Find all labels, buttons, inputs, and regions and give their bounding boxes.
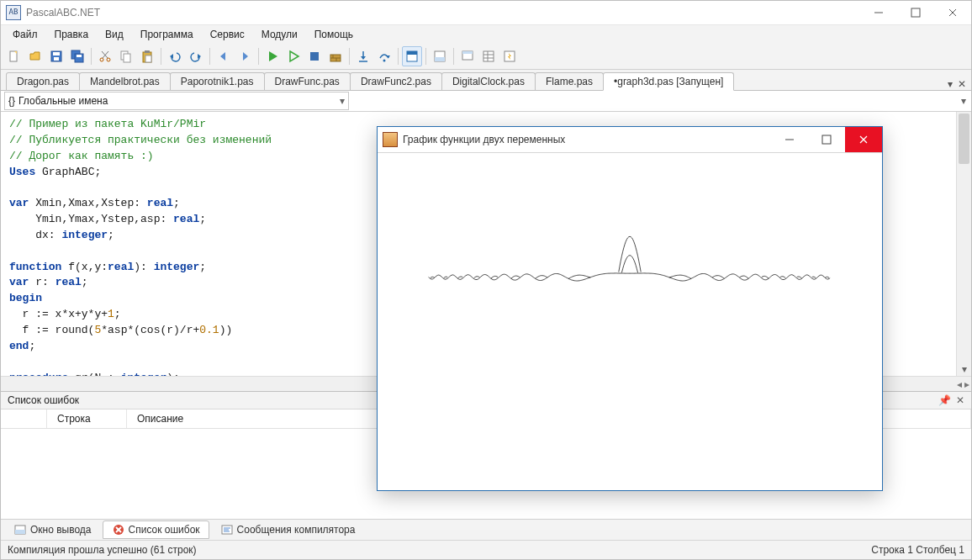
menu-program[interactable]: Программа [132, 27, 202, 42]
menu-service[interactable]: Сервис [202, 27, 253, 42]
braces-icon: {} [8, 95, 15, 107]
open-file-icon[interactable] [25, 46, 45, 66]
svg-marker-33 [361, 56, 366, 60]
svg-rect-40 [435, 57, 445, 61]
svg-rect-20 [145, 55, 151, 62]
svg-rect-38 [407, 51, 417, 55]
scroll-thumb[interactable] [959, 114, 969, 164]
compiler-icon [220, 523, 234, 536]
graph-minimize-button[interactable] [771, 127, 808, 152]
minimize-button[interactable] [860, 1, 897, 24]
svg-rect-7 [53, 52, 60, 55]
svg-rect-59 [822, 135, 831, 144]
svg-marker-26 [290, 51, 298, 61]
maximize-button[interactable] [897, 1, 934, 24]
nav-combo-row: {} Глобальные имена ▾ ▾ [1, 91, 971, 112]
tabs-dropdown-icon[interactable]: ▾ [948, 78, 953, 90]
save-icon[interactable] [46, 46, 66, 66]
tabs-close-icon[interactable]: ✕ [958, 78, 966, 90]
menu-file[interactable]: Файл [4, 27, 46, 42]
combo-row-chevron[interactable]: ▾ [961, 95, 971, 107]
svg-point-12 [100, 58, 103, 61]
svg-point-13 [107, 58, 110, 61]
panel-toggle-icon[interactable] [402, 46, 422, 66]
errors-panel-title: Список ошибок [8, 394, 79, 406]
svg-rect-43 [483, 51, 494, 61]
window-controls [860, 1, 971, 24]
scope-combo-text: Глобальные имена [18, 95, 108, 107]
svg-rect-27 [310, 52, 319, 61]
svg-marker-23 [220, 52, 225, 61]
chevron-down-icon: ▾ [340, 95, 345, 107]
undo-icon[interactable] [165, 46, 185, 66]
form-designer-icon[interactable] [457, 46, 478, 66]
btab-compiler[interactable]: Сообщения компилятора [211, 520, 365, 539]
graph-titlebar[interactable]: График функции двух переменных [378, 127, 882, 153]
editor-vscrollbar[interactable]: ▴ ▾ [956, 112, 971, 376]
toolbar [1, 44, 971, 70]
menu-view[interactable]: Вид [97, 27, 132, 42]
tab-flame[interactable]: Flame.pas [535, 72, 604, 90]
graph-window-icon [383, 132, 398, 147]
run-icon[interactable] [262, 46, 283, 66]
pin-icon[interactable]: 📌 [938, 394, 951, 406]
scope-combo[interactable]: {} Глобальные имена ▾ [4, 92, 349, 110]
svg-marker-25 [269, 51, 277, 61]
svg-line-15 [102, 51, 108, 58]
output-icon [13, 523, 27, 536]
svg-line-14 [103, 51, 108, 58]
menu-edit[interactable]: Правка [46, 27, 98, 42]
menu-help[interactable]: Помощь [306, 27, 362, 42]
document-tabs: Dragon.pas Mandelbrot.pas Paporotnik1.pa… [1, 70, 971, 91]
bottom-tabs: Окно вывода Список ошибок Сообщения комп… [1, 519, 971, 540]
cut-icon[interactable] [95, 46, 115, 66]
graph-close-button[interactable] [845, 127, 882, 152]
graph-maximize-button[interactable] [808, 127, 845, 152]
tab-paporotnik[interactable]: Paporotnik1.pas [170, 72, 265, 90]
scroll-down-icon[interactable]: ▾ [957, 362, 971, 376]
status-bar: Компиляция прошла успешно (61 строк) Стр… [1, 540, 971, 559]
step-over-icon[interactable] [374, 46, 394, 66]
app-icon: AB [6, 5, 21, 20]
properties-icon[interactable] [478, 46, 499, 66]
close-button[interactable] [934, 1, 971, 24]
paste-icon[interactable] [137, 46, 157, 66]
svg-marker-24 [243, 52, 248, 61]
events-icon[interactable] [499, 46, 520, 66]
nav-forward-icon[interactable] [235, 46, 255, 66]
tab-graph3d[interactable]: •graph3d.pas [Запущен] [603, 72, 734, 91]
step-into-icon[interactable] [353, 46, 373, 66]
graph-window-title: График функции двух переменных [403, 134, 565, 145]
copy-icon[interactable] [116, 46, 136, 66]
errors-close-icon[interactable]: ✕ [956, 394, 964, 406]
svg-rect-19 [145, 50, 150, 53]
titlebar: AB PascalABC.NET [1, 1, 971, 25]
errors-icon [112, 523, 125, 536]
build-icon[interactable] [325, 46, 346, 66]
btab-errors[interactable]: Список ошибок [103, 520, 209, 539]
menu-modules[interactable]: Модули [253, 27, 306, 42]
graph-canvas [378, 153, 882, 490]
btab-output[interactable]: Окно вывода [4, 520, 101, 539]
svg-point-36 [383, 60, 386, 62]
stop-icon[interactable] [304, 46, 325, 66]
tab-digitalclock[interactable]: DigitalClock.pas [441, 72, 536, 90]
new-file-icon[interactable] [4, 46, 24, 66]
col-line[interactable]: Строка [47, 409, 127, 428]
svg-rect-50 [15, 530, 25, 534]
redo-icon[interactable] [186, 46, 206, 66]
nav-back-icon[interactable] [214, 46, 234, 66]
tab-drawfunc2[interactable]: DrawFunc2.pas [350, 72, 442, 90]
status-cursor: Строка 1 Столбец 1 [871, 544, 964, 556]
svg-rect-1 [911, 8, 920, 17]
save-all-icon[interactable] [67, 46, 87, 66]
svg-rect-17 [124, 54, 130, 62]
tab-mandelbrot[interactable]: Mandelbrot.pas [79, 72, 171, 90]
output-panel-icon[interactable] [430, 46, 450, 66]
tab-drawfunc[interactable]: DrawFunc.pas [264, 72, 351, 90]
run-no-debug-icon[interactable] [283, 46, 304, 66]
app-title: PascalABC.NET [26, 7, 100, 18]
graph-window[interactable]: График функции двух переменных [377, 126, 883, 491]
tab-dragon[interactable]: Dragon.pas [6, 72, 80, 90]
status-message: Компиляция прошла успешно (61 строк) [8, 544, 197, 556]
